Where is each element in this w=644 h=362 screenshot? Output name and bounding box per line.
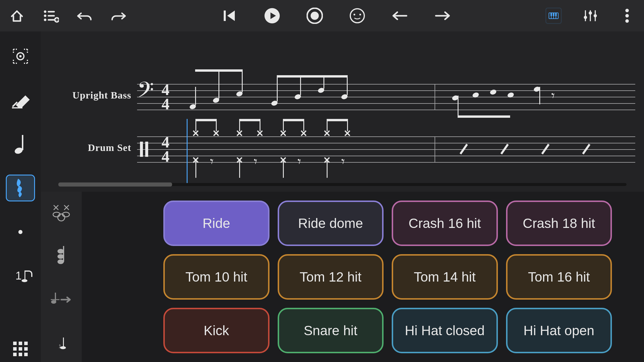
record-icon[interactable]	[307, 8, 323, 24]
svg-rect-38	[24, 342, 28, 345]
undo-icon[interactable]	[76, 8, 93, 24]
drum-pad[interactable]: Ride	[163, 201, 270, 246]
svg-rect-39	[13, 347, 17, 351]
dot-tool-icon[interactable]	[6, 219, 35, 245]
drum-pad[interactable]: Ride dome	[278, 201, 384, 246]
playhead[interactable]	[187, 119, 188, 183]
svg-rect-19	[553, 13, 554, 16]
mixer-icon[interactable]	[582, 8, 598, 24]
drum-pad[interactable]: Crash 16 hit	[392, 201, 498, 246]
svg-point-55	[57, 249, 64, 254]
bass-clef-icon: 𝄢	[137, 78, 154, 108]
rewind-icon[interactable]	[221, 8, 238, 24]
svg-rect-1	[48, 11, 55, 12]
svg-rect-42	[13, 353, 17, 356]
note-tool-icon[interactable]	[6, 131, 35, 157]
grid-tool-icon[interactable]	[6, 335, 35, 362]
voice-number: 1	[15, 270, 22, 282]
time-denominator: 4	[162, 97, 169, 111]
notation-canvas[interactable]: 𝄢 4 4	[137, 37, 644, 180]
svg-rect-37	[19, 342, 22, 345]
drum-pad[interactable]: Tom 16 hit	[506, 254, 612, 300]
horizontal-scrollbar[interactable]	[58, 183, 626, 186]
svg-point-2	[44, 15, 46, 17]
perc-clef-icon	[140, 142, 143, 157]
pad-label: Tom 16 hit	[528, 269, 590, 285]
home-icon[interactable]	[9, 8, 25, 24]
drum-pad[interactable]: Kick	[163, 308, 270, 353]
svg-point-10	[311, 12, 319, 20]
time-numerator: 4	[162, 83, 169, 97]
svg-point-35	[18, 230, 22, 234]
svg-point-31	[19, 55, 22, 57]
svg-point-13	[359, 14, 361, 15]
tracks-icon[interactable]	[43, 8, 59, 24]
score-view[interactable]: Upright Bass Drum Set 𝄢 4 4	[41, 31, 644, 183]
svg-rect-52	[63, 246, 64, 262]
track-label-bass: Upright Bass	[72, 90, 131, 101]
pad-label: Crash 16 hit	[409, 215, 481, 231]
chord-icon[interactable]	[50, 244, 73, 268]
pad-label: Tom 10 hit	[186, 269, 247, 285]
left-toolbar: 1	[0, 31, 41, 362]
svg-rect-36	[13, 342, 17, 345]
drum-pad[interactable]: Tom 10 hit	[163, 254, 270, 300]
svg-rect-18	[551, 13, 552, 16]
pad-label: Kick	[204, 323, 229, 338]
pad-label: Ride dome	[298, 215, 363, 231]
svg-rect-43	[19, 353, 22, 356]
pad-label: Hi Hat open	[524, 323, 594, 338]
pad-label: Hi Hat closed	[405, 323, 485, 338]
pad-label: Tom 14 hit	[414, 269, 476, 285]
svg-point-22	[584, 16, 587, 19]
voice-1-button[interactable]: 1	[6, 263, 35, 289]
scrollbar-thumb[interactable]	[58, 182, 172, 187]
pad-label: Tom 12 hit	[300, 269, 361, 285]
svg-rect-41	[24, 347, 28, 351]
svg-point-12	[354, 14, 355, 15]
svg-point-11	[350, 9, 364, 23]
svg-rect-7	[224, 10, 226, 21]
pad-toolbar: 1	[41, 192, 82, 362]
svg-point-27	[625, 9, 629, 12]
svg-point-54	[57, 254, 64, 259]
rest-tool-icon[interactable]	[6, 175, 35, 201]
time-numerator: 4	[162, 135, 169, 150]
next-arrow-icon[interactable]	[434, 8, 451, 24]
redo-icon[interactable]	[110, 8, 127, 24]
svg-point-0	[44, 10, 46, 13]
drumkit-icon[interactable]	[50, 201, 73, 224]
drum-pad[interactable]: Tom 12 hit	[278, 254, 384, 300]
svg-rect-40	[19, 347, 22, 351]
svg-rect-5	[48, 19, 55, 20]
svg-point-26	[594, 14, 597, 17]
play-icon[interactable]	[264, 8, 280, 24]
svg-rect-3	[48, 15, 55, 16]
track-label-drums: Drum Set	[88, 142, 131, 153]
keyboard-view-icon[interactable]	[545, 8, 562, 24]
drum-pad[interactable]: Hi Hat closed	[392, 308, 498, 353]
drum-pad[interactable]: Snare hit	[278, 308, 384, 353]
metronome-icon[interactable]	[349, 8, 365, 24]
erase-tool-icon[interactable]	[6, 87, 35, 113]
svg-rect-34	[22, 135, 23, 150]
pad-voice-1-button[interactable]: 1	[50, 332, 73, 355]
svg-point-57	[51, 300, 56, 304]
drum-pad[interactable]: Crash 18 hit	[506, 201, 612, 246]
top-toolbar	[0, 0, 644, 31]
svg-point-24	[589, 11, 592, 15]
more-icon[interactable]	[619, 8, 635, 24]
select-tool-icon[interactable]	[6, 43, 35, 69]
svg-point-4	[44, 19, 46, 21]
time-denominator: 4	[162, 150, 169, 164]
insert-after-icon[interactable]	[50, 288, 73, 311]
svg-point-28	[625, 14, 629, 17]
pad-label: Ride	[202, 215, 230, 231]
drum-pad[interactable]: Hi Hat open	[506, 308, 612, 353]
svg-point-51	[58, 214, 65, 221]
prev-arrow-icon[interactable]	[392, 8, 408, 24]
pad-label: Snare hit	[304, 323, 357, 338]
drum-pad-grid: Ride Ride dome Crash 16 hit Crash 18 hit…	[82, 192, 644, 362]
svg-rect-44	[24, 353, 28, 356]
drum-pad[interactable]: Tom 14 hit	[392, 254, 498, 300]
